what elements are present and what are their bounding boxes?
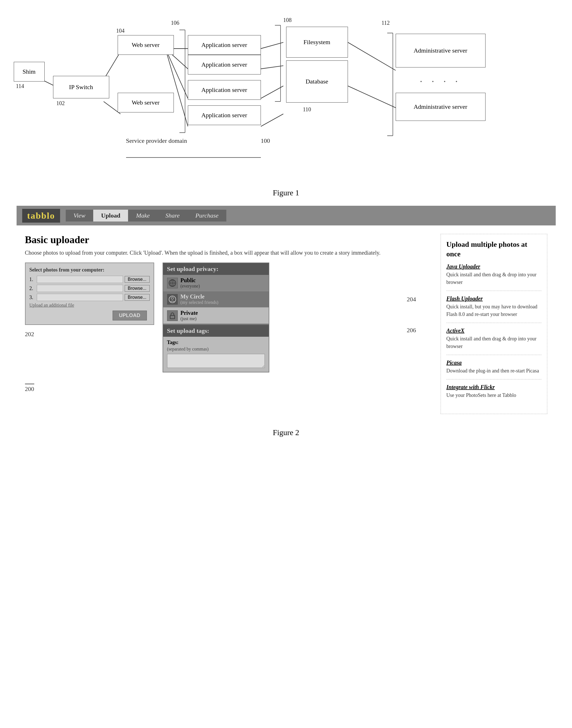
tags-label: Tags: xyxy=(167,340,265,346)
browse-btn-2[interactable]: Browse... xyxy=(125,285,150,292)
figure1-diagram: Shim 114 IP Switch 102 104 Web server We… xyxy=(8,11,564,185)
row-num-2: 2. xyxy=(29,286,35,292)
shim-box: Shim xyxy=(14,62,45,81)
ip-switch-label: 102 xyxy=(57,100,65,107)
svg-line-17 xyxy=(348,43,396,70)
upload-panel-title: Select photos from your computer: xyxy=(29,267,150,273)
svg-line-11 xyxy=(261,66,283,69)
nav-tab-share[interactable]: Share xyxy=(157,210,188,222)
java-text: Quick install and then drag & drop into … xyxy=(446,271,542,286)
privacy-public-label: Public xyxy=(181,277,200,284)
sidebar-picasa: Picasa Download the plug-in and then re-… xyxy=(446,360,542,379)
java-title: Java Uploader xyxy=(446,263,542,270)
upload-panel-col: Select photos from your computer: 1. Bro… xyxy=(25,262,154,338)
privacy-private-text: Private (just me) xyxy=(181,310,198,321)
tabblo-logo: tabblo xyxy=(22,209,60,223)
svg-line-5 xyxy=(165,49,188,99)
activex-text: Quick install and then drag & drop into … xyxy=(446,335,542,350)
browse-btn-1[interactable]: Browse... xyxy=(125,276,150,283)
ref-200: 200 xyxy=(25,384,34,393)
svg-point-28 xyxy=(171,297,173,299)
privacy-public-sublabel: (everyone) xyxy=(181,284,200,289)
privacy-option-public[interactable]: Public (everyone) xyxy=(163,275,269,291)
svg-line-10 xyxy=(261,43,283,49)
app-server-2-box: Application server xyxy=(188,55,261,74)
upload-button[interactable]: UPLOAD xyxy=(113,311,147,320)
storage-label-110: 110 xyxy=(303,106,311,113)
browse-btn-3[interactable]: Browse... xyxy=(125,294,150,301)
nav-tab-view[interactable]: View xyxy=(66,210,93,222)
app-servers-label: 106 xyxy=(171,20,180,26)
sidebar-flash: Flash Uploader Quick install, but you ma… xyxy=(446,295,542,323)
svg-line-1 xyxy=(103,52,121,80)
figure2-container: tabblo View Upload Make Share Purchase B… xyxy=(16,206,556,437)
privacy-col: Set upload privacy: xyxy=(162,262,269,372)
tags-hint: (separated by commas) xyxy=(167,347,265,352)
upload-row-3: 3. Browse... xyxy=(29,294,150,301)
tags-panel: Set upload tags: Tags: (separated by com… xyxy=(162,324,269,372)
privacy-panel-header: Set upload privacy: xyxy=(163,263,269,275)
tags-body: Tags: (separated by commas) xyxy=(163,337,269,372)
privacy-mycircle-sublabel: (my selected friends) xyxy=(181,300,218,305)
filesystem-box: Filesystem xyxy=(286,27,348,58)
tabblo-navbar: tabblo View Upload Make Share Purchase xyxy=(16,206,556,226)
upload-panel: Select photos from your computer: 1. Bro… xyxy=(25,262,154,325)
upload-row-1: 1. Browse... xyxy=(29,276,150,283)
tags-input[interactable] xyxy=(167,354,265,368)
upload-row-2: 2. Browse... xyxy=(29,285,150,292)
fig2-main: Basic uploader Choose photos to upload f… xyxy=(25,226,547,422)
sidebar-title: Upload multiple photos at once xyxy=(446,240,542,259)
privacy-option-private[interactable]: Private (just me) xyxy=(163,307,269,324)
database-box: Database xyxy=(286,60,348,103)
shim-label: 114 xyxy=(16,83,24,89)
page-subtitle: Choose photos to upload from your comput… xyxy=(25,248,418,257)
private-icon xyxy=(167,310,178,321)
tags-panel-header: Set upload tags: xyxy=(163,325,269,337)
sidebar-flickr: Integrate with Flickr Use your PhotoSets… xyxy=(446,384,542,404)
file-input-3[interactable] xyxy=(37,294,123,301)
admin-server-1-box: Administrative server xyxy=(396,34,486,67)
page-title: Basic uploader xyxy=(25,234,418,246)
privacy-mycircle-text: My Circle (my selected friends) xyxy=(181,294,218,305)
admin-label-112: 112 xyxy=(382,20,390,26)
privacy-public-text: Public (everyone) xyxy=(181,277,200,289)
fig2-left-col: Basic uploader Choose photos to upload f… xyxy=(25,234,418,414)
figure1-caption: Figure 1 xyxy=(0,188,572,197)
service-provider-label: Service provider domain xyxy=(126,137,187,144)
app-server-3-box: Application server xyxy=(188,80,261,100)
right-sidebar: Upload multiple photos at once Java Uplo… xyxy=(441,234,547,414)
ref-204: 204 xyxy=(407,296,416,303)
service-provider-num: 100 xyxy=(261,137,270,144)
row-num-3: 3. xyxy=(29,295,35,300)
row-num-1: 1. xyxy=(29,277,35,283)
picasa-text: Download the plug-in and then re-start P… xyxy=(446,367,542,375)
privacy-option-mycircle[interactable]: My Circle (my selected friends) xyxy=(163,291,269,307)
privacy-private-label: Private xyxy=(181,310,198,316)
flickr-text: Use your PhotoSets here at Tabblo xyxy=(446,391,542,399)
nav-tab-upload[interactable]: Upload xyxy=(93,210,128,222)
web-server-top-box: Web server xyxy=(118,35,174,55)
svg-line-6 xyxy=(165,49,188,126)
svg-line-13 xyxy=(261,114,283,126)
flash-text: Quick install, but you may have to downl… xyxy=(446,303,542,318)
sidebar-java: Java Uploader Quick install and then dra… xyxy=(446,263,542,291)
privacy-panel: Set upload privacy: xyxy=(162,262,269,324)
picasa-title: Picasa xyxy=(446,360,542,366)
flickr-title: Integrate with Flickr xyxy=(446,384,542,390)
nav-tab-purchase[interactable]: Purchase xyxy=(188,210,226,222)
flash-title: Flash Uploader xyxy=(446,295,542,302)
panels-row: Select photos from your computer: 1. Bro… xyxy=(25,262,418,372)
app-server-4-box: Application server xyxy=(188,105,261,125)
file-input-1[interactable] xyxy=(37,276,123,283)
ref-202: 202 xyxy=(25,330,34,338)
upload-additional-link[interactable]: Upload an additional file xyxy=(29,303,150,308)
file-input-2[interactable] xyxy=(37,285,123,292)
svg-line-18 xyxy=(348,86,396,108)
public-icon xyxy=(167,278,178,288)
sidebar-activex: ActiveX Quick install and then drag & dr… xyxy=(446,327,542,355)
nav-tab-make[interactable]: Make xyxy=(128,210,157,222)
privacy-private-sublabel: (just me) xyxy=(181,316,198,321)
figure2-caption: Figure 2 xyxy=(16,428,556,437)
storage-label-108: 108 xyxy=(283,17,292,23)
svg-line-12 xyxy=(261,86,283,99)
